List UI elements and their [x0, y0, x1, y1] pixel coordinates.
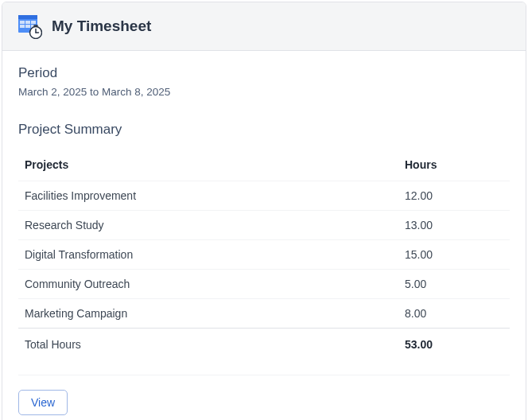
total-label: Total Hours: [18, 329, 398, 361]
card-body: Period March 2, 2025 to March 8, 2025 Pr…: [2, 51, 526, 420]
table-row: Marketing Campaign 8.00: [18, 299, 510, 329]
project-name: Community Outreach: [18, 270, 398, 299]
column-header-hours: Hours: [398, 150, 510, 181]
project-hours: 5.00: [398, 270, 510, 299]
card-title: My Timesheet: [52, 18, 151, 35]
svg-rect-6: [25, 25, 30, 28]
svg-rect-4: [31, 21, 36, 24]
project-hours: 8.00: [398, 299, 510, 329]
project-hours: 15.00: [398, 240, 510, 270]
timesheet-icon: [17, 14, 42, 39]
table-row: Research Study 13.00: [18, 211, 510, 240]
period-text: March 2, 2025 to March 8, 2025: [18, 86, 510, 98]
project-name: Facilities Improvement: [18, 181, 398, 211]
project-name: Marketing Campaign: [18, 299, 398, 329]
svg-rect-3: [25, 21, 30, 24]
table-row: Community Outreach 5.00: [18, 270, 510, 299]
view-button[interactable]: View: [18, 390, 68, 415]
total-hours: 53.00: [398, 329, 510, 361]
table-row: Digital Transformation 15.00: [18, 240, 510, 270]
project-hours: 12.00: [398, 181, 510, 211]
project-hours: 13.00: [398, 211, 510, 240]
project-name: Digital Transformation: [18, 240, 398, 270]
actions-area: View: [18, 375, 510, 415]
svg-rect-2: [20, 21, 25, 24]
table-row: Facilities Improvement 12.00: [18, 181, 510, 211]
project-summary-table: Projects Hours Facilities Improvement 12…: [18, 150, 510, 360]
timesheet-card: My Timesheet Period March 2, 2025 to Mar…: [2, 2, 526, 420]
svg-rect-5: [20, 25, 25, 28]
svg-rect-9: [33, 25, 37, 26]
period-label: Period: [18, 65, 510, 81]
project-name: Research Study: [18, 211, 398, 240]
total-row: Total Hours 53.00: [18, 329, 510, 361]
column-header-projects: Projects: [18, 150, 398, 181]
svg-rect-1: [18, 15, 37, 19]
summary-title: Project Summary: [18, 122, 510, 138]
card-header: My Timesheet: [2, 2, 526, 51]
